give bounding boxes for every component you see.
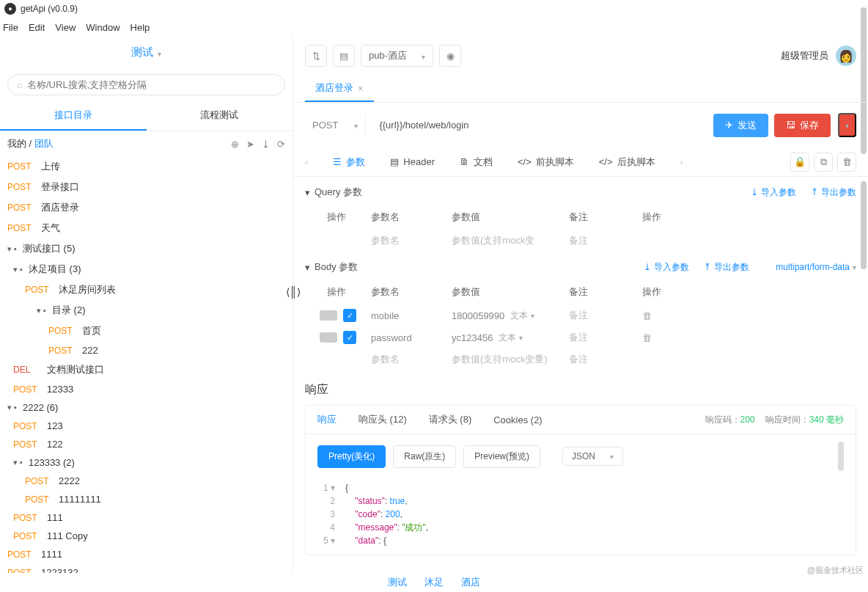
tab-api-catalog[interactable]: 接口目录 — [0, 101, 147, 131]
param-note[interactable]: 备注 — [569, 309, 642, 322]
save-dropdown[interactable] — [838, 113, 856, 137]
resp-tab-cookies[interactable]: Cookies (2) — [493, 414, 542, 425]
url-input[interactable]: {{url}}/hotel/web/login — [372, 115, 707, 135]
param-value-input[interactable]: 参数值(支持mock变量) — [452, 353, 569, 366]
env-selector[interactable]: pub-酒店 — [361, 45, 433, 67]
scrollbar-thumb[interactable] — [838, 442, 844, 471]
tree-folder[interactable]: ▾ ▪目录 (2) — [0, 300, 293, 321]
param-name[interactable]: password — [371, 332, 452, 343]
drag-icon[interactable] — [320, 310, 337, 321]
param-value[interactable]: 1800059990 — [452, 310, 504, 321]
send-icon[interactable]: ➤ — [246, 139, 254, 150]
body-import-link[interactable]: ⤓ 导入参数 — [644, 261, 689, 274]
refresh-icon[interactable]: ⟳ — [277, 139, 285, 150]
delete-icon[interactable]: 🗑 — [837, 153, 856, 172]
content-type-selector[interactable]: multipart/form-data — [764, 261, 856, 274]
download-icon[interactable]: ⤓ — [262, 139, 270, 150]
param-note-input[interactable]: 备注 — [569, 353, 642, 366]
method-selector[interactable]: POST — [305, 115, 366, 135]
tree-api-item[interactable]: POST上传 — [0, 156, 293, 177]
tree-api-item[interactable]: POST12333 — [0, 380, 293, 398]
copy-icon[interactable]: ⧉ — [814, 153, 833, 172]
delete-row-icon[interactable]: 🗑 — [642, 332, 694, 343]
scrollbar-thumb[interactable] — [861, 181, 867, 269]
workspace-selector[interactable]: 测试 — [131, 41, 161, 64]
query-export-link[interactable]: ⤒ 导出参数 — [811, 186, 856, 199]
add-icon[interactable]: ⊕ — [231, 139, 239, 150]
param-name-input[interactable]: 参数名 — [371, 234, 452, 247]
team-link[interactable]: 团队 — [34, 138, 54, 149]
tab-post-script[interactable]: </> 后执脚本 — [599, 156, 655, 169]
delete-row-icon[interactable]: 🗑 — [642, 310, 694, 321]
api-tree[interactable]: POST上传POST登录接口POST酒店登录POST天气▾ ▪测试接口 (5)▾… — [0, 156, 293, 592]
save-button[interactable]: 🖫 保存 — [774, 114, 831, 137]
param-note-input[interactable]: 备注 — [569, 234, 642, 247]
format-selector[interactable]: JSON — [562, 447, 623, 466]
param-value[interactable]: yc123456 — [452, 332, 493, 343]
checkbox[interactable]: ✓ — [343, 309, 356, 322]
tree-folder[interactable]: ▾ ▪2222 (6) — [0, 398, 293, 417]
tab-pre-script[interactable]: </> 前执脚本 — [518, 156, 574, 169]
menu-edit[interactable]: Edit — [29, 22, 45, 33]
tab-doc[interactable]: 🗎 文档 — [460, 156, 493, 169]
search-box[interactable]: ⌕ — [7, 74, 285, 95]
tree-api-item[interactable]: POST111 Copy — [0, 527, 293, 545]
tabs-next-icon[interactable]: › — [680, 156, 683, 167]
splitter-icon[interactable]: ⟨║⟩ — [286, 286, 301, 298]
tree-api-item[interactable]: POST1111 — [0, 545, 293, 563]
tree-folder[interactable]: ▾ ▪沐足项目 (3) — [0, 259, 293, 279]
tree-api-item[interactable]: POST222 — [0, 341, 293, 359]
param-name[interactable]: mobile — [371, 310, 452, 321]
tree-api-item[interactable]: POST首页 — [0, 321, 293, 341]
send-button[interactable]: ✈ 发送 — [713, 114, 768, 137]
close-icon[interactable]: × — [358, 83, 364, 94]
response-code[interactable]: 1 ▾{ 2 "status": true, 3 "code": 200, 4 … — [306, 478, 856, 555]
type-selector[interactable]: 文本 — [510, 310, 534, 322]
layout-icon[interactable]: ▤ — [333, 45, 355, 67]
bottom-nav-item[interactable]: 酒店 — [461, 576, 480, 589]
tree-api-item[interactable]: POST123 — [0, 417, 293, 435]
tree-api-item[interactable]: POST沐足房间列表 — [0, 279, 293, 300]
tree-folder[interactable]: ▾ ▪测试接口 (5) — [0, 238, 293, 259]
view-raw[interactable]: Raw(原生) — [393, 445, 456, 468]
menu-view[interactable]: View — [55, 22, 76, 33]
tab-params[interactable]: ☰ 参数 — [333, 156, 365, 169]
param-note[interactable]: 备注 — [569, 331, 642, 344]
view-pretty[interactable]: Pretty(美化) — [317, 445, 386, 468]
avatar[interactable]: 👩 — [836, 45, 856, 66]
menu-window[interactable]: Window — [86, 22, 119, 33]
menu-file[interactable]: File — [3, 22, 18, 33]
lock-icon[interactable]: 🔒 — [790, 153, 809, 172]
resp-tab-body[interactable]: 响应 — [317, 413, 336, 426]
tree-api-item[interactable]: POST2222 — [0, 472, 293, 490]
bottom-nav-item[interactable]: 测试 — [388, 576, 407, 589]
tree-api-item[interactable]: POST酒店登录 — [0, 197, 293, 218]
settings-icon[interactable]: ⇅ — [305, 45, 327, 67]
search-input[interactable] — [27, 79, 276, 90]
resp-tab-headers[interactable]: 响应头 (12) — [358, 413, 407, 426]
type-selector[interactable]: 文本 — [499, 332, 523, 344]
menu-help[interactable]: Help — [130, 22, 150, 33]
tabs-prev-icon[interactable]: ‹ — [305, 156, 308, 167]
tree-api-item[interactable]: POST111 — [0, 508, 293, 527]
eye-icon[interactable]: ◉ — [439, 45, 461, 67]
view-preview[interactable]: Preview(预览) — [463, 445, 540, 468]
tree-api-item[interactable]: POST天气 — [0, 218, 293, 238]
tab-header[interactable]: ▤ Header — [390, 156, 435, 167]
bottom-nav-item[interactable]: 沐足 — [424, 576, 444, 589]
resp-tab-req-headers[interactable]: 请求头 (8) — [429, 413, 472, 426]
query-import-link[interactable]: ⤓ 导入参数 — [751, 186, 796, 199]
tab-flow-test[interactable]: 流程测试 — [147, 101, 293, 131]
param-value-input[interactable]: 参数值(支持mock变 — [452, 234, 569, 247]
drag-icon[interactable] — [320, 332, 337, 343]
param-name-input[interactable]: 参数名 — [371, 353, 452, 366]
tree-api-item[interactable]: POST11111111 — [0, 490, 293, 508]
checkbox[interactable]: ✓ — [343, 331, 356, 344]
body-section-title[interactable]: ▾ Body 参数 — [305, 260, 358, 274]
query-section-title[interactable]: ▾ Query 参数 — [305, 186, 362, 199]
tree-api-item[interactable]: POST122 — [0, 435, 293, 453]
tree-api-item[interactable]: DEL文档测试接口 — [0, 359, 293, 380]
tree-api-item[interactable]: POST登录接口 — [0, 177, 293, 197]
body-export-link[interactable]: ⤒ 导出参数 — [704, 261, 749, 274]
request-tab[interactable]: 酒店登录 × — [305, 76, 374, 102]
